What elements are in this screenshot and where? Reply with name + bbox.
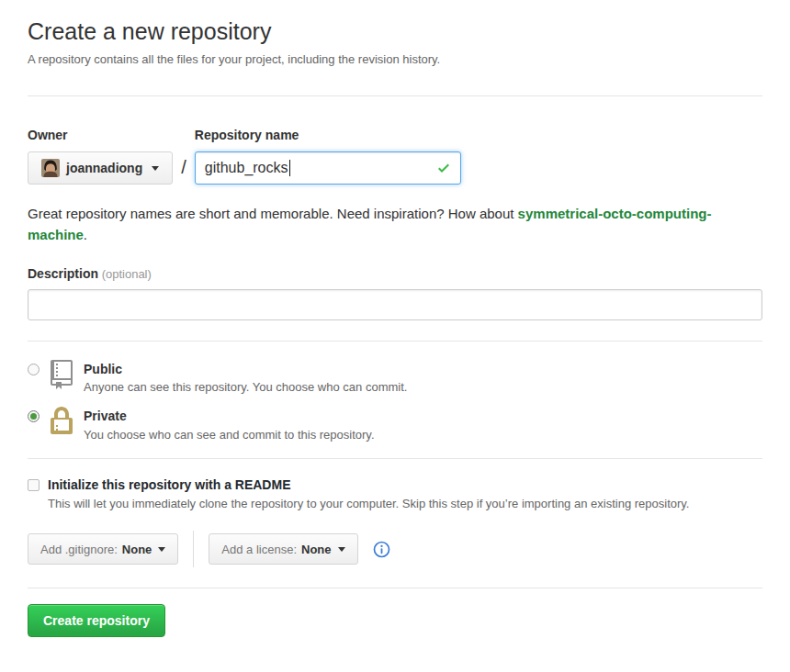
repo-name-hint: Great repository names are short and mem… (28, 203, 762, 246)
private-note: You choose who can see and commit to thi… (84, 428, 375, 442)
divider (28, 341, 762, 342)
owner-repo-separator: / (173, 157, 195, 185)
caret-down-icon (158, 547, 165, 552)
gitignore-dropdown[interactable]: Add .gitignore: None (28, 533, 178, 565)
gitignore-prefix: Add .gitignore: (40, 543, 118, 556)
create-repository-button[interactable]: Create repository (28, 604, 165, 637)
owner-username: joannadiong (66, 161, 142, 175)
vertical-divider (193, 531, 194, 567)
hint-text: Great repository names are short and mem… (28, 206, 518, 221)
lock-icon (51, 407, 73, 439)
owner-label: Owner (28, 128, 173, 142)
page-subtitle: A repository contains all the files for … (28, 52, 762, 66)
owner-field-group: Owner joannadiong (28, 128, 173, 185)
divider (28, 588, 762, 588)
description-input[interactable] (28, 289, 762, 320)
private-option-text: Private You choose who can see and commi… (84, 407, 375, 442)
description-optional-label: (optional) (102, 267, 152, 281)
readme-label[interactable]: Initialize this repository with a README (48, 477, 290, 492)
caret-down-icon (338, 547, 345, 552)
public-title: Public (84, 362, 407, 377)
public-note: Anyone can see this repository. You choo… (84, 380, 407, 394)
check-icon (436, 161, 451, 175)
description-section: Description (optional) (28, 266, 762, 320)
hint-suffix: . (84, 227, 87, 242)
readme-section: Initialize this repository with a README… (28, 477, 762, 510)
public-radio[interactable] (28, 364, 40, 375)
create-repo-page: Create a new repository A repository con… (0, 0, 790, 663)
description-label: Description (28, 266, 98, 281)
repo-name-label: Repository name (195, 128, 461, 142)
owner-repo-row: Owner joannadiong / Repository name gith (28, 128, 762, 185)
divider (28, 95, 762, 96)
repo-name-field-group: Repository name github_rocks (195, 128, 461, 185)
readme-checkbox-row: Initialize this repository with a README (28, 477, 762, 492)
license-prefix: Add a license: (221, 543, 297, 556)
readme-checkbox[interactable] (28, 479, 40, 491)
license-dropdown[interactable]: Add a license: None (209, 533, 357, 565)
caret-down-icon (152, 166, 159, 171)
owner-select-button[interactable]: joannadiong (28, 151, 173, 185)
text-cursor (289, 160, 290, 176)
private-title: Private (84, 409, 375, 424)
divider (28, 458, 762, 459)
repo-book-icon (51, 360, 73, 392)
repo-name-input[interactable]: github_rocks (195, 151, 461, 185)
private-radio[interactable] (28, 410, 40, 422)
license-value: None (301, 543, 332, 556)
public-option-text: Public Anyone can see this repository. Y… (84, 360, 407, 395)
info-icon[interactable] (373, 541, 390, 558)
readme-note: This will let you immediately clone the … (48, 497, 762, 510)
visibility-option-public: Public Anyone can see this repository. Y… (28, 360, 762, 395)
template-options-row: Add .gitignore: None Add a license: None (28, 531, 762, 567)
gitignore-value: None (122, 543, 152, 556)
owner-avatar (41, 159, 60, 177)
repo-name-value: github_rocks (205, 160, 288, 176)
page-title: Create a new repository (28, 18, 762, 45)
visibility-option-private: Private You choose who can see and commi… (28, 407, 762, 442)
